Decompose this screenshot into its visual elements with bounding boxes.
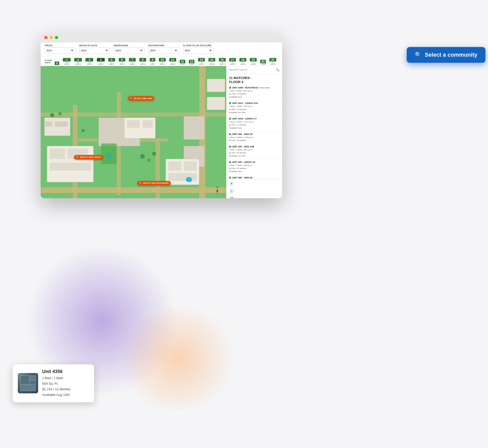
floor-label: FLOORUNITS [45, 59, 52, 64]
search-icon-units: 🔍 [276, 68, 280, 72]
unit-badge-0 [229, 87, 231, 89]
floor-tab-17[interactable]: 173 UNITS [228, 57, 237, 66]
mac-minimize-dot[interactable] [50, 36, 53, 39]
mac-maximize-dot[interactable] [55, 36, 58, 39]
floor-tab-4[interactable]: 417 UNITS [96, 57, 106, 66]
filter-bathrooms-select[interactable]: ANY [148, 47, 179, 54]
svg-point-31 [50, 113, 54, 117]
unit-name-1: UNIT 3411 - LENOX A3A [229, 102, 280, 104]
unit-item-6[interactable]: UNIT 408 - 3464 D6 3 Bed / 2 Bath / 1,56… [226, 175, 282, 179]
floor-tab-2[interactable]: 212 UNITS [73, 57, 83, 66]
select-community-label: Select a community [425, 52, 477, 58]
floor-tab-num-2: 2 [74, 58, 82, 61]
unit-badge-3 [229, 133, 231, 135]
floor-tab-num-15: 15 [208, 58, 215, 61]
floor-tab-10[interactable]: 103 UNITS [158, 57, 167, 66]
floor-tab-16[interactable]: 165 UNITS [218, 57, 227, 66]
filter-floorplan-select[interactable]: ANY [183, 47, 214, 54]
unit-item-1[interactable]: UNIT 3411 - LENOX A3A 1 Bed / 1 Bath / 7… [226, 100, 282, 116]
map-svg: N © 2023 Engrain [41, 66, 226, 198]
floor-tab-units-1: 13 UNITS [63, 61, 71, 65]
unit-item-5[interactable]: UNIT 405 - LENOX A5 1 Bed / 1 Bath / 909… [226, 159, 282, 175]
unit-item-2[interactable]: UNIT 3416 - LENOX C7 2 Bed / 2 Bath / 1,… [226, 116, 282, 131]
svg-rect-13 [44, 121, 52, 127]
panel-icons: 📍 ⏱ 🔄 [226, 179, 282, 198]
unit-item-4[interactable]: UNIT 405 - 3464 A4B 1 Bed / 1 Bath / 860… [226, 144, 282, 159]
floor-tab-19[interactable]: 192 UNITS [249, 57, 258, 66]
floor-tab-units-8: 2 UNITS [139, 61, 146, 65]
svg-rect-23 [143, 120, 153, 128]
svg-rect-22 [127, 120, 140, 128]
unit-name-0: UNIT 2408 - BUCKHEAD CHASTAIN [229, 86, 280, 89]
floor-tab-num-17: 17 [229, 58, 236, 61]
svg-point-32 [58, 112, 62, 116]
map-select-btn-lenox[interactable]: 🔍 SELECT AMLI LENOX [74, 155, 103, 160]
filter-bedrooms: BEDROOMS ANY [114, 44, 144, 54]
clock-icon[interactable]: ⏱ [229, 189, 234, 194]
floor-tab-num-8: 8 [139, 58, 146, 61]
search-icon-community: 🔍 [415, 52, 422, 58]
floor-tab-1[interactable]: 113 UNITS [62, 57, 72, 66]
filters-bar: PRICE ANY MOVE-IN DATE ANY BEDROOMS ANY … [41, 42, 282, 56]
svg-rect-20 [101, 144, 117, 164]
main-area: N © 2023 Engrain 🔍 SELECT AMLI 3464 🔍 SE… [41, 66, 282, 198]
search-icon-3464: 🔍 [130, 97, 133, 100]
unit-card-floorplan [18, 373, 38, 393]
refresh-icon[interactable]: 🔄 [229, 196, 234, 198]
floor-tab-units-3: 14 UNITS [85, 61, 93, 65]
floor-tab-0[interactable]: 0 [53, 61, 60, 66]
floor-tab-units-2: 12 UNITS [74, 61, 82, 65]
floor-tab-3[interactable]: 314 UNITS [84, 57, 95, 66]
floor-tab-13[interactable]: 131 UNIT [188, 59, 196, 66]
filter-price-select[interactable]: ANY [45, 47, 75, 54]
map-select-btn-buckhead[interactable]: 🔍 SELECT AMLI BUCKHEAD [137, 181, 171, 186]
location-icon[interactable]: 📍 [229, 181, 234, 187]
right-panel: 🔍 11 MATCHES -FLOOR 4 UNIT 2408 - BUCKHE… [226, 66, 282, 198]
svg-rect-45 [20, 384, 36, 391]
map-select-btn-buckhead-label: SELECT AMLI BUCKHEAD [143, 182, 169, 184]
select-community-button[interactable]: 🔍 Select a community [407, 47, 485, 63]
filter-movein-select[interactable]: ANY [79, 47, 110, 54]
search-units-input[interactable] [229, 69, 274, 71]
floor-tab-11[interactable]: 112 UNITS [168, 57, 177, 66]
floor-tab-8[interactable]: 82 UNITS [138, 57, 147, 66]
floor-tab-9[interactable]: 91 UNIT [148, 57, 157, 66]
unit-item-0[interactable]: UNIT 2408 - BUCKHEAD CHASTAIN 1 Bed / 1 … [226, 85, 282, 100]
panel-icon-row-2: ⏱ [229, 189, 280, 194]
floor-tab-units-17: 3 UNITS [229, 61, 236, 65]
floor-tab-5[interactable]: 52 UNITS [107, 57, 116, 66]
floor-tab-21[interactable]: 212 UNITS [268, 57, 278, 66]
floor-tab-15[interactable]: 152 UNITS [207, 57, 217, 66]
floor-tab-6[interactable]: 62 UNITS [117, 57, 127, 66]
unit-item-3[interactable]: UNIT 400 - 3464 C8 2 Bed / 2 Bath / 1,41… [226, 131, 282, 144]
floor-tab-units-18: 3 UNITS [239, 61, 246, 65]
map-select-btn-3464[interactable]: 🔍 SELECT AMLI 3464 [128, 96, 154, 101]
unit-details-1: 1 Bed / 1 Bath / 738 sq. ft. $1,809 / 13… [229, 105, 280, 114]
svg-rect-2 [41, 187, 226, 193]
unit-name-3: UNIT 400 - 3464 C8 [229, 133, 280, 135]
filter-movein: MOVE-IN DATE ANY [79, 44, 110, 54]
floor-tab-14[interactable]: 144 UNITS [197, 57, 206, 66]
map-area[interactable]: N © 2023 Engrain 🔍 SELECT AMLI 3464 🔍 SE… [41, 66, 226, 198]
map-select-btn-3464-label: SELECT AMLI 3464 [134, 97, 152, 100]
filter-bedrooms-label: BEDROOMS [114, 44, 144, 47]
floor-tab-18[interactable]: 183 UNITS [238, 57, 248, 66]
filter-price-label: PRICE [45, 44, 75, 47]
unit-details-0: 1 Bed / 1 Bath / 662 sq. ft. $1,748 / 18… [229, 89, 280, 99]
units-list: UNIT 2408 - BUCKHEAD CHASTAIN 1 Bed / 1 … [226, 85, 282, 179]
floor-tab-20[interactable]: 201 UNIT [259, 59, 267, 66]
unit-badge-6 [229, 177, 231, 179]
unit-details-3: 2 Bed / 2 Bath / 1,410 sq. ft. $3,246 / … [229, 136, 280, 142]
svg-rect-14 [55, 121, 68, 127]
svg-rect-43 [29, 376, 36, 381]
floor-tab-12[interactable]: 121 UNIT [178, 59, 187, 66]
floor-tab-num-10: 10 [159, 58, 166, 61]
unit-card-image [18, 373, 38, 393]
floor-tab-7[interactable]: 72 UNITS [128, 57, 137, 66]
mac-close-dot[interactable] [44, 36, 48, 39]
floor-tab-num-5: 5 [108, 58, 115, 61]
filter-movein-label: MOVE-IN DATE [79, 44, 110, 47]
filter-bedrooms-select[interactable]: ANY [114, 47, 144, 54]
search-icon-buckhead: 🔍 [139, 182, 142, 184]
filter-floorplan: FLOOR PLAN FEATURE ANY [183, 44, 214, 54]
